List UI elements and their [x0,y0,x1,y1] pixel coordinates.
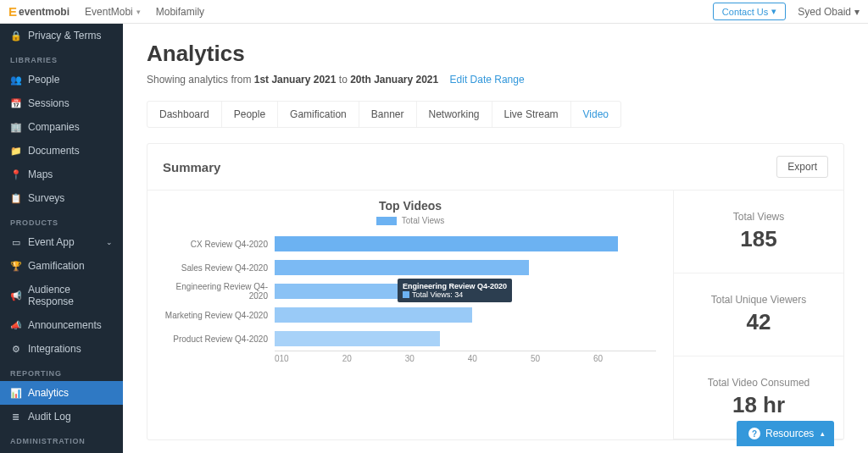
megaphone-icon: 📢 [10,290,21,301]
bar[interactable] [275,236,618,251]
bar-track [275,303,656,327]
tab-networking[interactable]: Networking [416,102,492,127]
edit-date-range-link[interactable]: Edit Date Range [450,74,525,86]
sidebar: 🔒Privacy & TermsLIBRARIES👥People📅Session… [0,24,123,453]
sidebar-item-event-configuration[interactable]: ☰Event Configuration [0,449,123,453]
sidebar-item-companies[interactable]: 🏢Companies [0,115,123,139]
sidebar-item-maps[interactable]: 📍Maps [0,163,123,186]
sidebar-item-event-app[interactable]: ▭Event App⌄ [0,230,123,254]
sidebar-item-audit-log[interactable]: ≣Audit Log [0,405,123,428]
sidebar-item-label: People [28,74,59,86]
sidebar-item-people[interactable]: 👥People [0,68,123,91]
bar-track [275,327,656,351]
tab-banner[interactable]: Banner [359,102,416,127]
sidebar-item-label: Audience Response [28,284,113,307]
sidebar-item-label: Companies [28,121,80,133]
bar[interactable] [275,260,529,275]
clipboard-icon: 📋 [10,193,21,204]
plug-icon: ⚙ [10,344,21,355]
bar-label: Marketing Review Q4-2020 [164,311,275,320]
tab-video[interactable]: Video [570,102,620,127]
stat-block: Total Views185 [674,191,843,273]
summary-panel: Summary Export Top Videos Total Views CX… [147,143,844,440]
bar-track [275,256,656,279]
stat-label: Total Video Consumed [682,377,835,389]
stat-label: Total Unique Viewers [682,294,835,306]
caret-down-icon: ▾ [771,6,776,17]
sidebar-item-sessions[interactable]: 📅Sessions [0,91,123,115]
sidebar-item-documents[interactable]: 📁Documents [0,139,123,163]
logo: E eventmobi [8,4,70,19]
axis-tick: 40 [468,351,531,363]
sidebar-item-integrations[interactable]: ⚙Integrations [0,337,123,361]
tablet-icon: ▭ [10,237,21,248]
axis-tick: 60 [593,351,656,363]
chevron-up-icon: ▴ [821,429,825,438]
bar-label: Sales Review Q4-2020 [164,263,275,273]
axis-tick: 50 [531,351,593,363]
logo-mark-icon: E [8,4,17,19]
sidebar-item-label: Gamification [28,260,85,272]
axis-tick: 10 [280,351,342,363]
axis-tick: 20 [342,351,405,363]
page-title: Analytics [147,41,844,67]
summary-content-row: Top Videos Total Views CX Review Q4-2020… [147,191,843,439]
sidebar-item-label: Announcements [28,319,102,331]
legend-label: Total Views [402,216,444,225]
chart-bars: CX Review Q4-2020Sales Review Q4-2020Eng… [164,232,656,351]
stats-column: Total Views185Total Unique Viewers42Tota… [674,191,843,439]
bullhorn-icon: 📣 [10,320,21,331]
users-icon: 👥 [10,75,21,86]
sidebar-item-surveys[interactable]: 📋Surveys [0,186,123,210]
sidebar-item-label: Event App [28,236,75,248]
sidebar-item-privacy-terms[interactable]: 🔒Privacy & Terms [0,24,123,47]
chart-column: Top Videos Total Views CX Review Q4-2020… [147,191,674,439]
sidebar-section-header: REPORTING [0,361,123,381]
summary-header: Summary Export [147,144,843,191]
bar[interactable] [275,284,491,299]
legend-swatch-icon [376,217,397,225]
user-menu[interactable]: Syed Obaid ▾ [798,6,860,18]
layout: 🔒Privacy & TermsLIBRARIES👥People📅Session… [0,24,868,453]
sidebar-item-announcements[interactable]: 📣Announcements [0,313,123,337]
chart-legend: Total Views [164,216,656,225]
stat-value: 42 [682,309,835,335]
stat-value: 185 [682,226,835,252]
sidebar-item-label: Surveys [28,192,64,204]
question-icon: ? [748,428,760,439]
breadcrumb-org[interactable]: EventMobi ▾ [85,6,141,18]
sidebar-item-label: Documents [28,145,80,157]
chart-bar-row: Engineering Review Q4-2020 [164,279,656,303]
sidebar-item-audience-response[interactable]: 📢Audience Response [0,278,123,313]
contact-us-button[interactable]: Contact Us ▾ [713,3,786,20]
trophy-icon: 🏆 [10,261,21,272]
chevron-down-icon: ⌄ [106,238,113,246]
sidebar-item-label: Maps [28,168,53,180]
topbar-left: E eventmobi EventMobi ▾ Mobifamily [8,4,204,19]
sidebar-item-label: Privacy & Terms [28,30,101,41]
bar[interactable] [275,307,472,323]
main-content: Analytics Showing analytics from 1st Jan… [123,24,868,453]
export-button[interactable]: Export [776,156,828,178]
sidebar-item-label: Integrations [28,343,81,355]
lock-icon: 🔒 [10,30,21,41]
bar[interactable] [275,331,440,346]
stat-value: 18 hr [682,392,835,418]
bar-track [275,232,656,256]
sidebar-item-label: Sessions [28,97,70,109]
sidebar-item-analytics[interactable]: 📊Analytics [0,381,123,405]
tab-live-stream[interactable]: Live Stream [492,102,570,127]
tab-gamification[interactable]: Gamification [277,102,359,127]
map-pin-icon: 📍 [10,169,21,180]
breadcrumb-event[interactable]: Mobifamily [156,6,204,18]
tab-dashboard[interactable]: Dashboard [147,102,221,127]
sidebar-item-gamification[interactable]: 🏆Gamification [0,254,123,278]
resources-fab[interactable]: ? Resources ▴ [737,421,834,446]
chart-bar-row: Marketing Review Q4-2020 [164,303,656,327]
tab-people[interactable]: People [221,102,277,127]
sidebar-item-label: Analytics [28,387,69,399]
chart-title: Top Videos [164,199,656,213]
chart-bar-row: Sales Review Q4-2020 [164,256,656,279]
bar-label: Product Review Q4-2020 [164,334,275,344]
analytics-tabs: DashboardPeopleGamificationBannerNetwork… [147,101,621,128]
